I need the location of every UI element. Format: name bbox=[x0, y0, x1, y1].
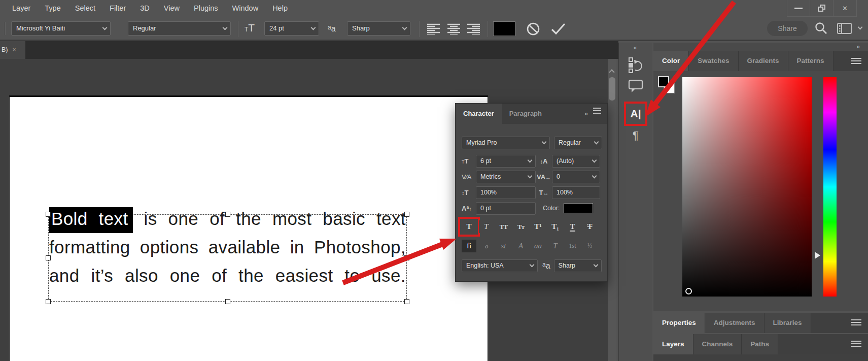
tab-color[interactable]: Color bbox=[653, 51, 689, 71]
ordinals-button[interactable]: ℴ bbox=[479, 240, 494, 252]
hue-ramp[interactable] bbox=[823, 77, 837, 297]
transform-handle[interactable] bbox=[404, 299, 409, 304]
transform-handle[interactable] bbox=[46, 212, 51, 217]
discretionary-ligatures-button[interactable]: st bbox=[496, 240, 511, 252]
faux-bold-button[interactable]: T bbox=[462, 220, 476, 233]
subscript-button[interactable]: T₁ bbox=[548, 220, 563, 233]
text-color-swatch[interactable] bbox=[493, 21, 515, 36]
underline-button[interactable]: T bbox=[565, 220, 580, 233]
text-line-3[interactable]: and it’s also one of the easiest to use. bbox=[49, 266, 406, 292]
cp-anti-alias-select[interactable]: Sharp bbox=[554, 259, 602, 272]
scrollbar-thumb[interactable] bbox=[609, 77, 615, 101]
text-line-2[interactable]: formatting options available in Photosho… bbox=[49, 237, 406, 264]
tab-adjustments[interactable]: Adjustments bbox=[705, 313, 765, 333]
transform-handle[interactable] bbox=[46, 299, 51, 304]
transform-handle[interactable] bbox=[46, 255, 51, 260]
close-button[interactable]: ✕ bbox=[834, 0, 857, 17]
chevron-down-icon[interactable] bbox=[858, 25, 863, 30]
color-field-cursor[interactable] bbox=[685, 288, 692, 294]
all-caps-button[interactable]: TT bbox=[496, 220, 511, 233]
font-size-select[interactable]: 24 pt bbox=[264, 21, 319, 36]
share-button[interactable]: Share bbox=[767, 21, 808, 36]
transform-handle[interactable] bbox=[404, 255, 409, 260]
scroll-up-icon[interactable] bbox=[609, 69, 614, 75]
anti-alias-select[interactable]: Sharp bbox=[347, 21, 410, 36]
panel-menu-icon[interactable] bbox=[593, 110, 601, 111]
ordinal-1st-button[interactable]: 1st bbox=[565, 240, 580, 252]
faux-italic-button[interactable]: T bbox=[479, 220, 494, 233]
document-tab[interactable]: B)× bbox=[0, 41, 25, 59]
commit-edit-icon[interactable] bbox=[551, 23, 566, 35]
minimize-button[interactable] bbox=[787, 0, 810, 17]
cancel-edit-icon[interactable] bbox=[527, 22, 540, 36]
saturation-brightness-field[interactable] bbox=[682, 77, 812, 297]
menu-3d[interactable]: 3D bbox=[133, 0, 157, 17]
panel-menu-icon[interactable] bbox=[851, 319, 861, 326]
cp-leading-select[interactable]: (Auto) bbox=[552, 155, 600, 168]
cp-language-select[interactable]: English: USA bbox=[462, 259, 538, 272]
tab-patterns[interactable]: Patterns bbox=[788, 51, 834, 71]
tab-libraries[interactable]: Libraries bbox=[765, 313, 811, 333]
canvas-scrollbar[interactable] bbox=[608, 59, 616, 361]
menu-select[interactable]: Select bbox=[68, 0, 102, 17]
tab-layers[interactable]: Layers bbox=[653, 334, 693, 354]
align-center-button[interactable] bbox=[447, 23, 461, 35]
collapse-dock-icon[interactable]: « bbox=[634, 44, 638, 51]
selected-text[interactable]: Bold text bbox=[49, 207, 133, 233]
restore-button[interactable] bbox=[810, 0, 834, 17]
transform-handle[interactable] bbox=[225, 212, 230, 217]
panel-menu-icon[interactable] bbox=[851, 57, 861, 64]
cp-horizontal-scale-field[interactable]: 100% bbox=[552, 186, 600, 199]
tab-gradients[interactable]: Gradients bbox=[739, 51, 788, 71]
stylistic-alternates-button[interactable]: aa bbox=[531, 240, 545, 252]
menu-help[interactable]: Help bbox=[265, 0, 295, 17]
menu-plugins[interactable]: Plugins bbox=[187, 0, 225, 17]
menu-type[interactable]: Type bbox=[38, 0, 67, 17]
font-style-select[interactable]: Regular bbox=[128, 21, 231, 36]
expand-dock-icon[interactable]: » bbox=[856, 43, 861, 50]
text-bounding-box[interactable]: Bold text is one of the most basic text … bbox=[48, 214, 407, 302]
tab-paths[interactable]: Paths bbox=[742, 334, 778, 354]
search-icon[interactable] bbox=[815, 22, 828, 35]
cp-text-color-swatch[interactable] bbox=[564, 203, 593, 213]
cp-vertical-scale-field[interactable]: 100% bbox=[476, 186, 536, 199]
small-caps-button[interactable]: Tᴛ bbox=[513, 220, 528, 233]
swash-button[interactable]: A bbox=[513, 240, 528, 252]
tab-channels[interactable]: Channels bbox=[693, 334, 742, 354]
font-family-select[interactable]: Microsoft Yi Baiti bbox=[11, 21, 111, 36]
history-panel-icon[interactable] bbox=[628, 56, 644, 73]
align-left-button[interactable] bbox=[427, 23, 441, 35]
superscript-button[interactable]: T¹ bbox=[531, 220, 545, 233]
foreground-color-swatch[interactable] bbox=[658, 76, 669, 87]
character-panel-icon[interactable]: A| bbox=[626, 104, 645, 124]
expand-panel-icon[interactable]: » bbox=[584, 110, 588, 117]
cp-kerning-select[interactable]: Metrics bbox=[476, 171, 536, 183]
tab-properties[interactable]: Properties bbox=[653, 313, 705, 333]
cp-tracking-select[interactable]: 0 bbox=[552, 171, 600, 183]
panel-menu-icon[interactable] bbox=[851, 340, 861, 347]
tab-character[interactable]: Character bbox=[456, 104, 502, 124]
cp-font-size-select[interactable]: 6 pt bbox=[476, 155, 536, 168]
transform-handle[interactable] bbox=[225, 299, 230, 304]
strikethrough-button[interactable]: T bbox=[582, 220, 597, 233]
ligatures-button[interactable]: fi bbox=[462, 240, 476, 252]
align-right-button[interactable] bbox=[467, 23, 481, 35]
tab-paragraph[interactable]: Paragraph bbox=[502, 104, 549, 124]
paragraph-panel-icon[interactable]: ¶ bbox=[633, 129, 639, 142]
cp-font-family-select[interactable]: Myriad Pro bbox=[462, 137, 550, 149]
menu-window[interactable]: Window bbox=[225, 0, 266, 17]
toolbar-grip[interactable] bbox=[4, 22, 6, 35]
close-tab-icon[interactable]: × bbox=[13, 46, 16, 53]
menu-layer[interactable]: Layer bbox=[5, 0, 38, 17]
menu-view[interactable]: View bbox=[157, 0, 187, 17]
comment-panel-icon[interactable] bbox=[628, 78, 643, 93]
hue-slider-arrow-icon[interactable] bbox=[815, 252, 820, 259]
cp-font-style-select[interactable]: Regular bbox=[554, 137, 602, 149]
cp-baseline-shift-field[interactable]: 0 pt bbox=[476, 202, 536, 215]
titling-alternates-button[interactable]: T bbox=[548, 240, 563, 252]
fractions-button[interactable]: ½ bbox=[582, 240, 597, 252]
workspace-icon[interactable] bbox=[837, 23, 852, 35]
transform-handle[interactable] bbox=[404, 212, 409, 217]
menu-filter[interactable]: Filter bbox=[102, 0, 133, 17]
tab-swatches[interactable]: Swatches bbox=[689, 51, 738, 71]
